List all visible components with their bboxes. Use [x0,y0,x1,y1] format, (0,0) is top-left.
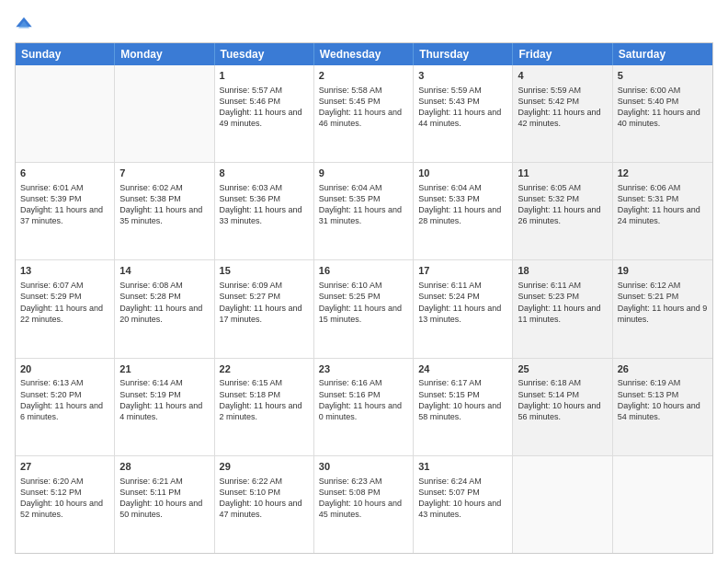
calendar-cell: 8Sunrise: 6:03 AM Sunset: 5:36 PM Daylig… [215,163,314,259]
day-number: 12 [618,167,708,180]
day-info: Sunrise: 6:03 AM Sunset: 5:36 PM Dayligh… [220,182,309,227]
calendar-cell: 27Sunrise: 6:20 AM Sunset: 5:12 PM Dayli… [16,456,115,553]
day-info: Sunrise: 6:02 AM Sunset: 5:38 PM Dayligh… [119,182,209,227]
day-number: 20 [20,362,109,376]
day-info: Sunrise: 6:12 AM Sunset: 5:21 PM Dayligh… [618,280,708,325]
calendar-cell: 6Sunrise: 6:01 AM Sunset: 5:39 PM Daylig… [16,163,115,259]
calendar-cell [513,456,612,553]
calendar-cell: 17Sunrise: 6:11 AM Sunset: 5:24 PM Dayli… [414,260,513,357]
calendar-cell: 7Sunrise: 6:02 AM Sunset: 5:38 PM Daylig… [115,163,214,259]
calendar-cell: 18Sunrise: 6:11 AM Sunset: 5:23 PM Dayli… [513,260,612,357]
calendar-cell: 23Sunrise: 6:16 AM Sunset: 5:16 PM Dayli… [314,359,414,455]
calendar-header-sunday: Sunday [16,43,115,65]
calendar-header-thursday: Thursday [414,43,513,65]
day-info: Sunrise: 6:07 AM Sunset: 5:29 PM Dayligh… [20,280,109,325]
calendar-cell: 10Sunrise: 6:04 AM Sunset: 5:33 PM Dayli… [414,163,513,259]
day-number: 24 [418,362,507,376]
day-number: 23 [319,362,408,376]
day-number: 5 [618,69,708,83]
day-number: 21 [119,362,209,376]
calendar-cell: 29Sunrise: 6:22 AM Sunset: 5:10 PM Dayli… [215,456,314,553]
calendar-week-2: 6Sunrise: 6:01 AM Sunset: 5:39 PM Daylig… [16,163,712,260]
calendar-cell [613,456,712,553]
day-number: 11 [518,167,607,180]
calendar-cell: 13Sunrise: 6:07 AM Sunset: 5:29 PM Dayli… [16,260,115,357]
calendar-cell: 12Sunrise: 6:06 AM Sunset: 5:31 PM Dayli… [613,163,712,259]
logo-icon [15,15,33,33]
calendar-header-wednesday: Wednesday [314,43,414,65]
calendar-cell: 4Sunrise: 5:59 AM Sunset: 5:42 PM Daylig… [513,65,612,162]
day-number: 29 [220,460,309,474]
calendar-header-saturday: Saturday [613,43,712,65]
logo [15,15,40,33]
calendar-header-row: SundayMondayTuesdayWednesdayThursdayFrid… [16,43,712,65]
day-number: 26 [618,362,708,376]
calendar-cell: 15Sunrise: 6:09 AM Sunset: 5:27 PM Dayli… [215,260,314,357]
day-info: Sunrise: 6:19 AM Sunset: 5:13 PM Dayligh… [618,377,708,422]
day-number: 7 [119,167,209,180]
calendar-cell: 2Sunrise: 5:58 AM Sunset: 5:45 PM Daylig… [314,65,414,162]
day-info: Sunrise: 6:13 AM Sunset: 5:20 PM Dayligh… [20,377,109,422]
day-number: 25 [518,362,607,376]
day-number: 1 [220,69,309,83]
calendar-cell: 25Sunrise: 6:18 AM Sunset: 5:14 PM Dayli… [513,359,612,455]
day-number: 10 [418,167,507,180]
day-number: 31 [418,460,507,474]
day-number: 30 [319,460,408,474]
calendar-cell: 30Sunrise: 6:23 AM Sunset: 5:08 PM Dayli… [314,456,414,553]
calendar-cell: 11Sunrise: 6:05 AM Sunset: 5:32 PM Dayli… [513,163,612,259]
calendar-week-1: 1Sunrise: 5:57 AM Sunset: 5:46 PM Daylig… [16,65,712,163]
calendar-cell: 22Sunrise: 6:15 AM Sunset: 5:18 PM Dayli… [215,359,314,455]
page-header [15,15,713,33]
calendar-cell [16,65,115,162]
day-number: 22 [220,362,309,376]
calendar-cell [115,65,214,162]
day-number: 28 [119,460,209,474]
day-number: 4 [518,69,607,83]
day-number: 27 [20,460,109,474]
day-number: 15 [220,264,309,278]
day-number: 16 [319,264,408,278]
calendar-header-tuesday: Tuesday [215,43,314,65]
calendar-cell: 26Sunrise: 6:19 AM Sunset: 5:13 PM Dayli… [613,359,712,455]
day-info: Sunrise: 6:21 AM Sunset: 5:11 PM Dayligh… [119,476,209,521]
day-info: Sunrise: 6:17 AM Sunset: 5:15 PM Dayligh… [418,377,507,422]
calendar-week-5: 27Sunrise: 6:20 AM Sunset: 5:12 PM Dayli… [16,456,712,553]
day-info: Sunrise: 6:09 AM Sunset: 5:27 PM Dayligh… [220,280,309,325]
calendar: SundayMondayTuesdayWednesdayThursdayFrid… [15,42,713,554]
day-number: 6 [20,167,109,180]
day-info: Sunrise: 6:08 AM Sunset: 5:28 PM Dayligh… [119,280,209,325]
calendar-cell: 16Sunrise: 6:10 AM Sunset: 5:25 PM Dayli… [314,260,414,357]
calendar-cell: 21Sunrise: 6:14 AM Sunset: 5:19 PM Dayli… [115,359,214,455]
calendar-week-4: 20Sunrise: 6:13 AM Sunset: 5:20 PM Dayli… [16,359,712,456]
day-info: Sunrise: 6:18 AM Sunset: 5:14 PM Dayligh… [518,377,607,422]
day-info: Sunrise: 6:14 AM Sunset: 5:19 PM Dayligh… [119,377,209,422]
day-info: Sunrise: 6:16 AM Sunset: 5:16 PM Dayligh… [319,377,408,422]
day-info: Sunrise: 6:23 AM Sunset: 5:08 PM Dayligh… [319,476,408,521]
day-info: Sunrise: 6:22 AM Sunset: 5:10 PM Dayligh… [220,476,309,521]
calendar-header-monday: Monday [115,43,214,65]
day-info: Sunrise: 6:04 AM Sunset: 5:35 PM Dayligh… [319,182,408,227]
calendar-cell: 3Sunrise: 5:59 AM Sunset: 5:43 PM Daylig… [414,65,513,162]
day-number: 8 [220,167,309,180]
day-info: Sunrise: 6:00 AM Sunset: 5:40 PM Dayligh… [618,85,708,130]
calendar-cell: 24Sunrise: 6:17 AM Sunset: 5:15 PM Dayli… [414,359,513,455]
calendar-cell: 31Sunrise: 6:24 AM Sunset: 5:07 PM Dayli… [414,456,513,553]
calendar-week-3: 13Sunrise: 6:07 AM Sunset: 5:29 PM Dayli… [16,260,712,358]
day-info: Sunrise: 5:59 AM Sunset: 5:43 PM Dayligh… [418,85,507,130]
calendar-cell: 9Sunrise: 6:04 AM Sunset: 5:35 PM Daylig… [314,163,414,259]
calendar-cell: 20Sunrise: 6:13 AM Sunset: 5:20 PM Dayli… [16,359,115,455]
day-number: 17 [418,264,507,278]
day-info: Sunrise: 6:01 AM Sunset: 5:39 PM Dayligh… [20,182,109,227]
day-info: Sunrise: 6:20 AM Sunset: 5:12 PM Dayligh… [20,476,109,521]
day-info: Sunrise: 6:11 AM Sunset: 5:24 PM Dayligh… [418,280,507,325]
day-number: 18 [518,264,607,278]
calendar-body: 1Sunrise: 5:57 AM Sunset: 5:46 PM Daylig… [16,65,712,553]
day-info: Sunrise: 6:24 AM Sunset: 5:07 PM Dayligh… [418,476,507,521]
day-info: Sunrise: 6:05 AM Sunset: 5:32 PM Dayligh… [518,182,607,227]
day-number: 3 [418,69,507,83]
day-info: Sunrise: 5:59 AM Sunset: 5:42 PM Dayligh… [518,85,607,130]
day-info: Sunrise: 6:04 AM Sunset: 5:33 PM Dayligh… [418,182,507,227]
calendar-cell: 28Sunrise: 6:21 AM Sunset: 5:11 PM Dayli… [115,456,214,553]
day-number: 19 [618,264,708,278]
